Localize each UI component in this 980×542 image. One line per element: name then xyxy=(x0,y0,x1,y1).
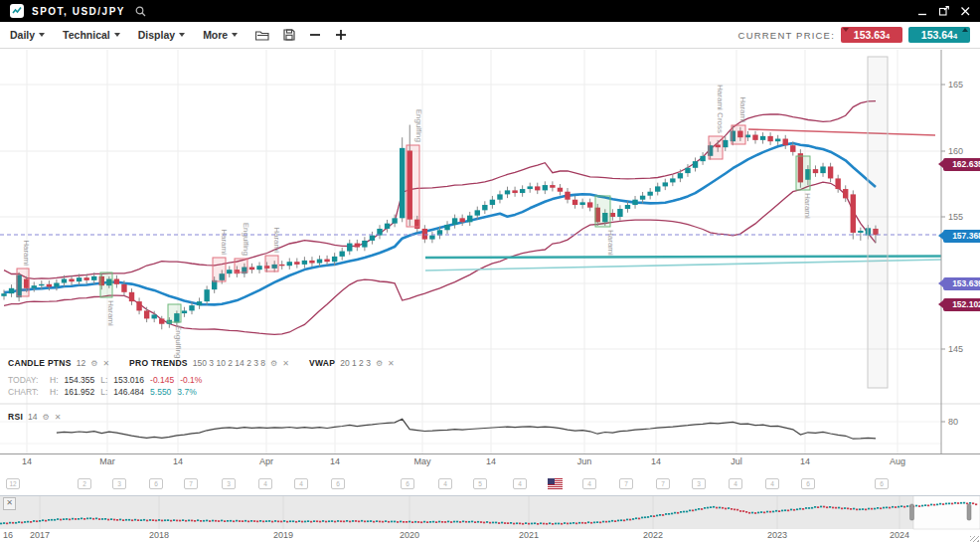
calendar-event-icon[interactable]: 4 xyxy=(258,478,272,489)
calendar-event-icon[interactable]: 6 xyxy=(875,478,889,489)
navigator-dash xyxy=(113,519,115,521)
navigator-dash xyxy=(471,521,473,523)
navigator-dash xyxy=(552,523,554,525)
calendar-event-icon[interactable]: 6 xyxy=(801,478,815,489)
pattern-box[interactable] xyxy=(168,304,181,322)
navigator-dash xyxy=(349,521,351,523)
navigator-dash xyxy=(596,521,598,523)
close-icon[interactable]: ✕ xyxy=(282,359,289,368)
pattern-box[interactable] xyxy=(407,145,419,227)
calendar-event-icon[interactable]: 7 xyxy=(619,478,633,489)
navigator-dash xyxy=(930,504,932,506)
menu-display[interactable]: Display xyxy=(138,29,185,41)
pattern-box[interactable] xyxy=(595,196,610,227)
candle xyxy=(723,140,728,147)
x-axis-label: May xyxy=(413,456,430,466)
zoom-in-button[interactable] xyxy=(335,29,347,41)
candle xyxy=(550,185,555,188)
navigator-dash xyxy=(763,512,765,514)
navigator-dash xyxy=(534,522,536,524)
calendar-event-icon[interactable]: 3 xyxy=(222,478,236,489)
navigator-dash xyxy=(477,521,479,523)
high-label: H: xyxy=(50,387,59,397)
bid-price-badge[interactable]: 153.634 xyxy=(841,27,902,43)
candle xyxy=(114,279,119,284)
calendar-event-icon[interactable]: 4 xyxy=(294,478,308,489)
rsi-name: RSI xyxy=(8,412,23,422)
navigator-dash xyxy=(36,520,38,522)
navigator-dash xyxy=(862,508,864,510)
close-icon[interactable]: ✕ xyxy=(388,359,395,368)
pattern-box[interactable] xyxy=(235,259,247,272)
calendar-event-icon[interactable]: 3 xyxy=(692,478,706,489)
pattern-box[interactable] xyxy=(213,258,226,281)
blue-ma-line xyxy=(4,143,876,304)
popout-button[interactable] xyxy=(939,6,949,16)
us-flag-icon[interactable] xyxy=(548,478,563,489)
navigator-dash xyxy=(379,521,381,523)
navigator-dash xyxy=(838,507,840,509)
minimize-button[interactable] xyxy=(918,7,927,16)
ask-price-badge[interactable]: 153.644 xyxy=(908,27,970,43)
menu-more[interactable]: More xyxy=(203,29,238,41)
pattern-box[interactable] xyxy=(265,256,278,271)
pattern-box[interactable] xyxy=(17,269,29,296)
menu-daily[interactable]: Daily xyxy=(10,29,45,41)
open-folder-icon[interactable] xyxy=(255,30,269,41)
calendar-event-icon[interactable]: 5 xyxy=(473,478,487,489)
pattern-box[interactable] xyxy=(709,136,723,159)
candle xyxy=(543,185,548,190)
close-button[interactable] xyxy=(961,7,970,16)
gear-icon[interactable]: ⚙ xyxy=(43,413,50,422)
navigator-dash xyxy=(259,520,261,522)
price-badge: 157.368 xyxy=(943,230,980,243)
save-icon[interactable] xyxy=(283,29,295,41)
calendar-event-icon[interactable]: 7 xyxy=(656,478,670,489)
calendar-event-icon[interactable]: 6 xyxy=(331,478,345,489)
calendar-event-icon[interactable]: 4 xyxy=(582,478,596,489)
calendar-event-icon[interactable]: 4 xyxy=(765,478,779,489)
pattern-box[interactable] xyxy=(100,272,112,297)
calendar-event-icon[interactable]: 12 xyxy=(6,478,20,489)
navigator-dash xyxy=(972,502,974,504)
gear-icon[interactable]: ⚙ xyxy=(90,359,97,368)
menu-technical[interactable]: Technical xyxy=(63,29,120,41)
navigator-close-icon[interactable]: ✕ xyxy=(3,497,16,510)
calendar-event-icon[interactable]: 4 xyxy=(729,478,742,489)
candle xyxy=(565,192,570,200)
navigator-dash xyxy=(230,520,232,522)
navigator-dash xyxy=(570,522,572,524)
calendar-event-icon[interactable]: 3 xyxy=(112,478,126,489)
calendar-event-icon[interactable]: 6 xyxy=(401,478,414,489)
resize-grip[interactable] xyxy=(970,536,979,542)
calendar-event-icon[interactable]: 4 xyxy=(438,478,452,489)
navigator-dash xyxy=(218,520,220,522)
selection-region[interactable] xyxy=(868,57,888,388)
calendar-event-icon[interactable]: 6 xyxy=(149,478,163,489)
gear-icon[interactable]: ⚙ xyxy=(376,359,383,368)
calendar-event-icon[interactable]: 2 xyxy=(78,478,91,489)
gear-icon[interactable]: ⚙ xyxy=(270,359,277,368)
calendar-event-icon[interactable]: 7 xyxy=(184,478,198,489)
pattern-box[interactable] xyxy=(796,156,810,190)
navigator-dash xyxy=(572,522,574,524)
pro-trends-params: 150 3 10 2 14 2 3 8 xyxy=(193,358,265,368)
close-icon[interactable]: ✕ xyxy=(55,413,62,422)
navigator-year-label: 2020 xyxy=(400,530,419,540)
calendar-event-icon[interactable]: 4 xyxy=(513,478,527,489)
navigator-handle[interactable] xyxy=(910,504,914,520)
close-icon[interactable]: ✕ xyxy=(102,359,109,368)
navigator-dash xyxy=(564,522,566,524)
navigator-handle[interactable] xyxy=(967,504,971,520)
navigator-dash xyxy=(128,519,130,521)
candle xyxy=(287,262,292,266)
candle xyxy=(459,218,464,222)
search-icon[interactable] xyxy=(135,6,146,17)
zoom-out-button[interactable] xyxy=(309,29,321,41)
pattern-box[interactable] xyxy=(732,125,745,144)
navigator-dash xyxy=(519,523,521,525)
navigator-dash xyxy=(280,521,282,523)
candle xyxy=(647,192,652,196)
trendline[interactable] xyxy=(748,129,935,135)
range-navigator[interactable] xyxy=(0,495,980,530)
